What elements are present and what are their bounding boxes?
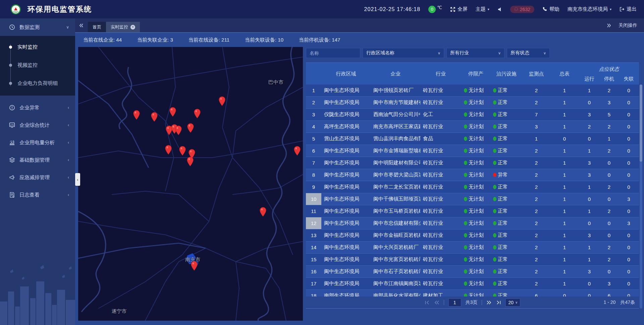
logout-label: 退出 bbox=[627, 6, 637, 12]
sidebar-collapse-handle[interactable]: ‹ bbox=[75, 173, 80, 186]
map-marker[interactable] bbox=[169, 107, 176, 117]
alert-count-badge[interactable]: 2632 bbox=[510, 6, 534, 13]
map-marker[interactable] bbox=[165, 145, 172, 155]
tab-home[interactable]: 首页 bbox=[88, 22, 106, 32]
tab-close-icon[interactable]: × bbox=[130, 25, 135, 30]
page-size-select[interactable]: 20 ∨ bbox=[505, 299, 520, 307]
map-marker[interactable] bbox=[191, 261, 198, 271]
table-row[interactable]: 11阆中生态环境局阆中市五马桥页岩机砖砖瓦行业无计划正常21120 bbox=[306, 205, 639, 217]
sidebar-item-power-analysis[interactable]: 企业用电量分析 ‹ bbox=[0, 134, 75, 151]
region-select[interactable]: 行政区域名称 ∨ bbox=[363, 48, 444, 58]
sound-button[interactable] bbox=[497, 7, 502, 12]
map-marker[interactable] bbox=[175, 125, 182, 136]
cell-industry: 砖瓦行业 bbox=[420, 145, 461, 157]
map-marker[interactable] bbox=[179, 146, 186, 156]
table-row[interactable]: 12阆中生态环境局阆中市忠信建材有限公砖瓦行业无计划正常21003 bbox=[306, 217, 639, 229]
cell-facility: 正常 bbox=[490, 85, 523, 96]
name-search-input[interactable] bbox=[306, 48, 360, 58]
close-operations-button[interactable]: 关闭操作 bbox=[619, 22, 637, 29]
table-row[interactable]: 14阆中生态环境局阆中大兴页岩机砖厂砖瓦行业无计划正常21120 bbox=[306, 241, 639, 254]
status-dot-icon bbox=[464, 149, 467, 153]
table-row[interactable]: 1阆中生态环境局阆中强锐页岩砖厂砖瓦行业无计划正常21120 bbox=[306, 85, 639, 97]
table-row[interactable]: 2阆中生态环境局阆中市南方节能建材有砖瓦行业无计划正常21030 bbox=[306, 97, 639, 109]
status-dot-icon bbox=[493, 269, 496, 274]
table-scrollbar[interactable] bbox=[640, 85, 642, 309]
prev-page-button[interactable] bbox=[434, 300, 439, 305]
sidebar-item-label: 日志查看 bbox=[19, 192, 68, 198]
cell-company: 阆中大兴页岩机砖厂 bbox=[371, 241, 420, 253]
scrollbar-thumb[interactable] bbox=[640, 85, 642, 162]
table-row[interactable]: 13阆中生态环境局阆中市金福旺页岩机砖砖瓦行业无计划正常21300 bbox=[306, 229, 639, 241]
last-page-button[interactable] bbox=[496, 300, 501, 305]
stat-label: 当前在线设备 bbox=[189, 37, 219, 43]
table-row[interactable]: 4高坪生态环境局南充市高坪区王家店建砖瓦行业无计划正常31220 bbox=[306, 121, 639, 133]
table-row[interactable]: 16阆中生态环境局阆中市石子页岩机砖厂砖瓦行业无计划正常21300 bbox=[306, 266, 639, 278]
table-row[interactable]: 15阆中生态环境局阆中市光富页岩机砖厂砖瓦行业无计划正常21120 bbox=[306, 254, 639, 266]
tab-realtime-monitor[interactable]: 实时监控 × bbox=[106, 22, 140, 32]
logout-button[interactable]: 退出 bbox=[620, 6, 637, 12]
sidebar-item-video-monitor[interactable]: 视频监控 bbox=[0, 56, 75, 74]
cell-lost: 3 bbox=[619, 193, 639, 205]
bar-chart-icon bbox=[9, 140, 15, 146]
table-row[interactable]: 7阆中生态环境局阆中明阳建材有限公司砖瓦行业无计划正常21300 bbox=[306, 157, 639, 169]
status-select[interactable]: 所有状态 ∨ bbox=[507, 48, 550, 58]
sidebar-item-data-monitoring[interactable]: 数据监测 ∨ bbox=[0, 18, 75, 36]
table-row[interactable]: 6阆中生态环境局阆中市金博瑞新型墙材砖瓦行业无计划正常21120 bbox=[306, 145, 639, 157]
sidebar-item-enterprise-statistics[interactable]: 企业综合统计 ‹ bbox=[0, 116, 75, 134]
cell-lost: 0 bbox=[619, 109, 639, 120]
table-row[interactable]: 8阆中生态环境局阆中市枣碧大梁山页岩砖瓦行业无计划异常21300 bbox=[306, 169, 639, 181]
map-marker[interactable] bbox=[187, 157, 194, 167]
sidebar-item-log-view[interactable]: 日志查看 ‹ bbox=[0, 186, 75, 204]
fullscreen-button[interactable]: 全屏 bbox=[450, 6, 468, 12]
col-facility: 治污设施 bbox=[490, 63, 523, 85]
sidebar-item-base-data[interactable]: 基础数据管理 ‹ bbox=[0, 151, 75, 169]
next-page-button[interactable] bbox=[486, 300, 492, 305]
alert-circle-icon bbox=[9, 105, 15, 111]
status-dot-icon bbox=[493, 124, 496, 129]
status-dot-icon bbox=[464, 197, 467, 201]
map-marker[interactable] bbox=[151, 112, 158, 122]
table-row[interactable]: 9阆中生态环境局阆中市二龙长宝页岩砖砖瓦行业无计划正常21120 bbox=[306, 181, 639, 193]
stat-label: 当前失联企业 bbox=[137, 37, 167, 43]
org-menu[interactable]: 南充市生态环境局 ▾ bbox=[568, 6, 611, 12]
total-label: 共47条 bbox=[620, 300, 635, 306]
map-marker[interactable] bbox=[294, 146, 301, 156]
sidebar-item-emergency-reduction[interactable]: 应急减排管理 ‹ bbox=[0, 169, 75, 186]
megaphone-icon bbox=[9, 174, 15, 180]
help-button[interactable]: 帮助 bbox=[542, 6, 559, 12]
map-panel[interactable]: 巴中市南充市遂宁市 bbox=[78, 47, 303, 321]
cell-meters: 1 bbox=[550, 145, 579, 157]
chevron-left-icon: ‹ bbox=[68, 140, 69, 145]
sidebar-item-label: 企业用电量分析 bbox=[19, 140, 68, 146]
cell-meters: 1 bbox=[550, 217, 579, 229]
cell-company: 阆中市枣碧大梁山页岩 bbox=[371, 169, 420, 181]
tabs-scroll-left-button[interactable] bbox=[78, 23, 84, 28]
cell-region: 阆中生态环境局 bbox=[321, 97, 371, 108]
stats-monitor-icon bbox=[9, 122, 15, 128]
map-marker[interactable] bbox=[187, 123, 194, 133]
map-marker[interactable] bbox=[218, 96, 225, 106]
first-page-button[interactable] bbox=[425, 300, 430, 305]
page-number-input[interactable]: 1 bbox=[448, 299, 461, 307]
sidebar-item-enterprise-abnormal[interactable]: 企业异常 ‹ bbox=[0, 99, 75, 116]
table-row[interactable]: 10阆中生态环境局阆中千佛镇五郎垭页岩砖瓦行业无计划正常21003 bbox=[306, 193, 639, 205]
sidebar-item-realtime-monitor[interactable]: 实时监控 bbox=[0, 38, 75, 56]
fullscreen-label: 全屏 bbox=[458, 6, 468, 12]
cell-industry: 建材加工 bbox=[420, 290, 461, 297]
cell-index: 9 bbox=[306, 181, 321, 193]
map-marker[interactable] bbox=[194, 109, 201, 119]
temperature-unit: ℃ bbox=[437, 5, 442, 10]
stats-bar: 当前在线企业: 44 当前失联企业: 3 当前在线设备: 211 当前失联设备:… bbox=[75, 33, 644, 47]
table-row[interactable]: 5营山生态环境局营山县润丰肉食品有限食品无计划正常10010 bbox=[306, 133, 639, 145]
map-marker[interactable] bbox=[259, 207, 266, 217]
sidebar-item-power-load-detail[interactable]: 企业电力负荷明细 bbox=[0, 74, 75, 92]
theme-button[interactable]: 主题 ▾ bbox=[476, 6, 489, 12]
table-row[interactable]: 18南部生态环境局南部县新化水泥有限公建材加工无计划正常60060 bbox=[306, 290, 639, 297]
cell-region: 阆中生态环境局 bbox=[321, 145, 371, 157]
table-row[interactable]: 3仪陇生态环境局西南油气田分公司川中化工无计划正常71350 bbox=[306, 109, 639, 121]
map-marker[interactable] bbox=[133, 110, 140, 120]
tabs-scroll-right-button[interactable] bbox=[606, 23, 612, 28]
industry-select[interactable]: 所有行业 ∨ bbox=[446, 48, 504, 58]
table-row[interactable]: 17阆中生态环境局阆中市江南镇阆南页岩砖瓦行业无计划正常21030 bbox=[306, 278, 639, 290]
cell-lost: 3 bbox=[619, 217, 639, 229]
